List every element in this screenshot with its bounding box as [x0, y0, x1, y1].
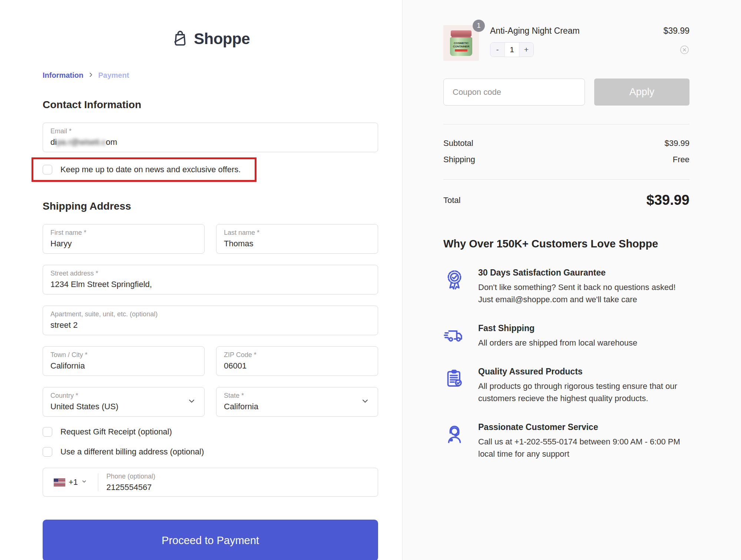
dial-code-value: +1 — [69, 477, 78, 487]
zip-code-value: 06001 — [224, 361, 370, 371]
chevron-down-icon — [361, 397, 370, 407]
country-value: United States (US) — [50, 401, 197, 411]
shopping-bag-icon — [171, 29, 189, 49]
benefit-description: Don't like something? Sent it back no qu… — [478, 281, 689, 306]
apartment-value: street 2 — [50, 320, 370, 330]
truck-icon — [443, 323, 466, 349]
cart-item: COSMETIC CONTAINER 1 Anti-Aging Night Cr… — [443, 20, 689, 61]
phone-label: Phone (optional) — [106, 473, 370, 480]
email-field[interactable]: Email * dipa.r@wiseti.com — [43, 123, 378, 152]
shipping-label: Shipping — [443, 155, 475, 164]
last-name-label: Last name * — [224, 229, 370, 237]
last-name-field[interactable]: Last name * Thomas — [216, 224, 378, 254]
proceed-to-payment-button[interactable]: Proceed to Payment — [43, 520, 378, 560]
brand-name: Shoppe — [194, 30, 250, 48]
breadcrumb-payment: Payment — [98, 71, 129, 80]
clipboard-check-icon — [443, 367, 466, 404]
country-label: Country * — [50, 392, 197, 400]
checkout-form-panel: Shoppe Information Payment Contact Infor… — [0, 0, 402, 560]
email-redacted-text: pa.r@wiseti.c — [57, 137, 106, 147]
benefits-heading: Why Over 150K+ Customers Love Shoppe — [443, 238, 689, 250]
subtotal-row: Subtotal $39.99 — [443, 139, 689, 148]
billing-address-row[interactable]: Use a different billing address (optiona… — [43, 447, 378, 457]
gift-receipt-checkbox[interactable] — [43, 427, 52, 437]
last-name-value: Thomas — [224, 239, 370, 249]
state-select[interactable]: State * California — [216, 387, 378, 417]
shipping-value: Free — [673, 155, 689, 164]
quantity-badge: 1 — [473, 20, 485, 32]
checkout-page: Shoppe Information Payment Contact Infor… — [0, 0, 741, 560]
shipping-address-heading: Shipping Address — [43, 200, 378, 212]
coupon-code-input[interactable] — [443, 79, 585, 106]
billing-address-checkbox[interactable] — [43, 447, 52, 457]
apply-coupon-button[interactable]: Apply — [594, 79, 689, 106]
benefit-item: Passionate Customer Service Call us at +… — [443, 422, 689, 460]
contact-information-heading: Contact Information — [43, 99, 378, 111]
dial-code-select[interactable]: +1 — [43, 468, 98, 496]
order-summary-panel: COSMETIC CONTAINER 1 Anti-Aging Night Cr… — [402, 0, 741, 560]
chevron-right-icon — [88, 71, 94, 80]
city-label: Town / City * — [50, 351, 197, 359]
phone-field[interactable]: +1 Phone (optional) 2125554567 — [43, 468, 378, 497]
zip-code-field[interactable]: ZIP Code * 06001 — [216, 346, 378, 376]
quantity-stepper[interactable]: - 1 + — [490, 42, 534, 57]
first-name-label: First name * — [50, 229, 197, 237]
state-label: State * — [224, 392, 370, 400]
total-value: $39.99 — [646, 192, 689, 208]
benefit-title: Passionate Customer Service — [478, 422, 689, 432]
product-name: Anti-Aging Night Cream — [490, 26, 580, 36]
benefit-title: Quality Assured Products — [478, 367, 689, 377]
cosmetic-jar-illustration: COSMETIC CONTAINER — [450, 30, 473, 56]
annotation-highlight-box: Keep me up to date on news and exclusive… — [32, 157, 257, 182]
quantity-increase-button[interactable]: + — [519, 43, 533, 57]
quantity-decrease-button[interactable]: - — [490, 43, 505, 57]
email-label: Email * — [50, 127, 370, 135]
subtotal-value: $39.99 — [665, 139, 689, 148]
total-row: Total $39.99 — [443, 192, 689, 208]
chevron-down-icon — [81, 479, 87, 486]
apartment-field[interactable]: Apartment, suite, unit, etc. (optional) … — [43, 306, 378, 335]
breadcrumb: Information Payment — [43, 71, 378, 80]
benefit-item: 30 Days Satisfaction Gaurantee Don't lik… — [443, 268, 689, 306]
chevron-down-icon — [187, 397, 196, 407]
gift-receipt-row[interactable]: Request Gift Receipt (optional) — [43, 427, 378, 437]
street-address-label: Street address * — [50, 270, 370, 277]
benefit-description: Call us at +1-202-555-0174 between 9:00 … — [478, 436, 689, 460]
subtotal-label: Subtotal — [443, 139, 473, 148]
remove-item-button[interactable] — [679, 45, 689, 55]
first-name-field[interactable]: First name * Haryy — [43, 224, 205, 254]
billing-address-label: Use a different billing address (optiona… — [60, 447, 204, 457]
zip-code-label: ZIP Code * — [224, 351, 370, 359]
product-price: $39.99 — [664, 26, 689, 36]
email-value: dipa.r@wiseti.com — [50, 137, 370, 147]
benefit-description: All orders are shipped from local wareho… — [478, 337, 637, 349]
benefit-description: All products go through rigorous testing… — [478, 380, 689, 404]
city-field[interactable]: Town / City * California — [43, 346, 205, 376]
quantity-value: 1 — [505, 43, 519, 57]
shipping-row: Shipping Free — [443, 155, 689, 164]
benefit-title: 30 Days Satisfaction Gaurantee — [478, 268, 689, 278]
phone-value: 2125554567 — [106, 482, 370, 492]
total-label: Total — [443, 196, 460, 205]
country-select[interactable]: Country * United States (US) — [43, 387, 205, 417]
city-value: California — [50, 361, 197, 371]
headset-agent-icon — [443, 422, 466, 460]
state-value: California — [224, 401, 370, 411]
street-address-value: 1234 Elm Street Springfield, — [50, 279, 370, 289]
breadcrumb-information[interactable]: Information — [43, 71, 83, 80]
product-image: COSMETIC CONTAINER 1 — [443, 25, 479, 61]
newsletter-checkbox[interactable] — [43, 165, 52, 174]
first-name-value: Haryy — [50, 239, 197, 249]
street-address-field[interactable]: Street address * 1234 Elm Street Springf… — [43, 265, 378, 294]
us-flag-icon — [54, 479, 65, 486]
benefit-title: Fast Shipping — [478, 323, 637, 333]
phone-number-input[interactable]: Phone (optional) 2125554567 — [98, 468, 378, 496]
remove-circle-icon — [679, 50, 689, 56]
newsletter-checkbox-row[interactable]: Keep me up to date on news and exclusive… — [43, 165, 247, 174]
divider — [443, 124, 689, 124]
apartment-label: Apartment, suite, unit, etc. (optional) — [50, 310, 370, 318]
divider — [443, 179, 689, 180]
brand-logo: Shoppe — [43, 29, 378, 49]
newsletter-label: Keep me up to date on news and exclusive… — [60, 165, 241, 174]
coupon-section: Apply — [443, 79, 689, 106]
